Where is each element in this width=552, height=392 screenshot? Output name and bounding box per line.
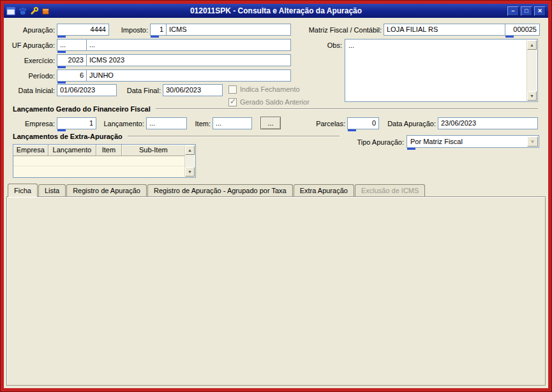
- section-divider: [128, 136, 339, 137]
- app-window: 012011SPK - Consulta e Alteração da Apur…: [0, 0, 552, 392]
- window-controls: − □ ✕: [505, 6, 546, 16]
- lancamento-field[interactable]: ...: [146, 117, 187, 129]
- grid-scrollbar[interactable]: [184, 145, 195, 177]
- apuracao-field[interactable]: 4444: [57, 24, 109, 36]
- indica-fechamento-label: Indica Fechamento: [240, 85, 300, 93]
- obs-memo[interactable]: ...: [345, 39, 538, 102]
- data-apuracao-field[interactable]: 23/06/2023: [438, 117, 538, 129]
- tipo-apuracao-label: Tipo Apuração:: [343, 137, 404, 147]
- form-icon: [6, 7, 15, 15]
- wrench-icon: [30, 7, 39, 15]
- financeiro-section-title: Lançamento Gerado do Financeiro Fiscal: [13, 105, 151, 113]
- data-apuracao-label: Data Apuração:: [382, 119, 436, 129]
- imposto-code-field[interactable]: 1: [150, 24, 167, 36]
- tab-extra-apuracao[interactable]: Extra Apuração: [294, 184, 354, 196]
- data-final-label: Data Final:: [121, 85, 161, 96]
- empresa-field[interactable]: 1: [57, 117, 96, 129]
- browse-button[interactable]: ...: [260, 117, 281, 129]
- grid-empty-row[interactable]: [13, 156, 185, 166]
- uf-name-field[interactable]: ...: [86, 39, 291, 51]
- tipo-apuracao-dropdown[interactable]: Por Matriz Fiscal: [407, 135, 539, 148]
- imposto-label: Imposto:: [114, 25, 148, 35]
- section-divider: [156, 108, 538, 110]
- tab-lista[interactable]: Lista: [38, 184, 66, 196]
- tab-registro-de-apuracao[interactable]: Registro de Apuração: [66, 184, 147, 196]
- scroll-down-icon[interactable]: [527, 91, 537, 101]
- scroll-down-icon[interactable]: [185, 167, 195, 177]
- grid-header-row: Empresa Lançamento Item Sub-Item: [13, 145, 185, 156]
- matriz-name-field[interactable]: LOJA FILIAL RS: [384, 24, 505, 36]
- titlebar: 012011SPK - Consulta e Alteração da Apur…: [4, 4, 548, 18]
- imposto-name-field[interactable]: ICMS: [166, 24, 291, 36]
- extra-section-title: Lançamentos de Extra-Apuração: [13, 133, 123, 140]
- scroll-up-icon[interactable]: [185, 145, 195, 155]
- uf-code-field[interactable]: ...: [57, 39, 87, 51]
- data-inicial-label: Data Inicial:: [10, 85, 55, 96]
- exercicio-name-field[interactable]: ICMS 2023: [86, 54, 291, 66]
- obs-memo-text: ...: [348, 41, 354, 49]
- obs-label: Obs:: [318, 40, 342, 50]
- data-inicial-field[interactable]: 01/06/2023: [57, 84, 117, 96]
- item-label: Item:: [189, 119, 211, 129]
- scroll-up-icon[interactable]: [527, 40, 537, 50]
- checkbox-box-icon: [228, 85, 237, 94]
- periodo-code-field[interactable]: 6: [57, 69, 87, 82]
- package-icon: [41, 7, 50, 15]
- minimize-button[interactable]: −: [507, 6, 519, 16]
- indica-fechamento-checkbox[interactable]: Indica Fechamento: [228, 85, 300, 94]
- close-button[interactable]: ✕: [534, 6, 546, 16]
- obs-scrollbar[interactable]: [526, 40, 537, 101]
- grid-header-lancamento[interactable]: Lançamento: [48, 145, 96, 156]
- chevron-down-icon[interactable]: [527, 136, 538, 147]
- apuracao-label: Apuração:: [9, 25, 55, 35]
- tipo-apuracao-value: Por Matriz Fiscal: [410, 138, 463, 145]
- tab-ficha[interactable]: Ficha: [8, 184, 38, 197]
- titlebar-icons: [6, 7, 50, 15]
- grid-header-empresa[interactable]: Empresa: [13, 145, 48, 156]
- window-title: 012011SPK - Consulta e Alteração da Apur…: [4, 6, 548, 15]
- paw-icon: [18, 7, 27, 15]
- tab-strip: Ficha Lista Registro de Apuração Registr…: [8, 183, 426, 196]
- ficha-tab-panel: [6, 196, 546, 386]
- exercicio-code-field[interactable]: 2023: [57, 54, 87, 66]
- data-final-field[interactable]: 30/06/2023: [163, 84, 223, 96]
- matriz-code-field[interactable]: 000025: [505, 24, 540, 36]
- lancamento-label: Lançamento:: [98, 119, 144, 129]
- grid-header-sub-item[interactable]: Sub-Item: [122, 145, 185, 156]
- parcelas-label: Parcelas:: [308, 119, 345, 129]
- matriz-label: Matriz Fiscal / Contábil:: [292, 25, 382, 35]
- uf-apuracao-label: UF Apuração:: [5, 40, 55, 50]
- parcelas-field[interactable]: 0: [347, 117, 379, 129]
- exercicio-label: Exercício:: [5, 55, 55, 66]
- grid-header-item[interactable]: Item: [96, 145, 122, 156]
- periodo-label: Período:: [5, 71, 55, 81]
- empresa-label: Empresa:: [19, 119, 55, 129]
- tab-registro-agrupado-por-taxa[interactable]: Registro de Apuração - Agrupado por Taxa: [147, 184, 293, 196]
- maximize-button[interactable]: □: [521, 6, 532, 16]
- extra-section-header: Lançamentos de Extra-Apuração: [13, 132, 339, 141]
- extra-apuracao-grid[interactable]: Empresa Lançamento Item Sub-Item: [13, 144, 196, 178]
- financeiro-section-header: Lançamento Gerado do Financeiro Fiscal: [13, 105, 538, 113]
- periodo-name-field[interactable]: JUNHO: [86, 69, 291, 82]
- item-field[interactable]: ...: [213, 117, 252, 129]
- tab-exclusao-de-icms[interactable]: Exclusão de ICMS: [355, 184, 425, 196]
